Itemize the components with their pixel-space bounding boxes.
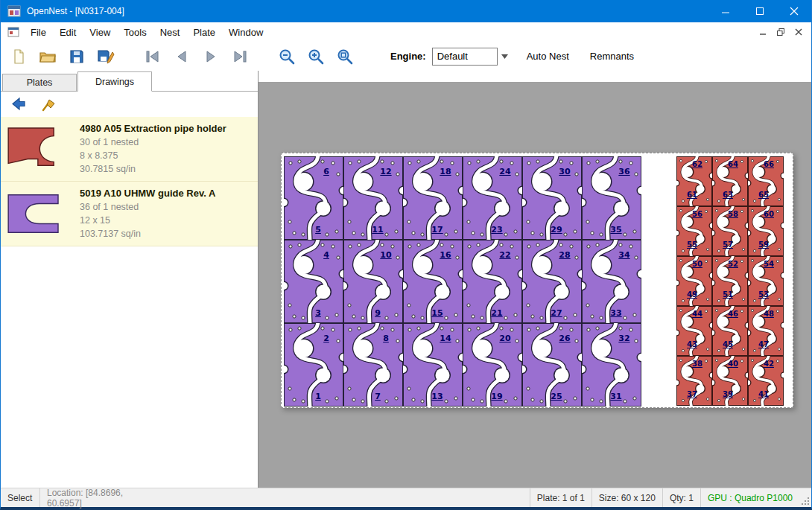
engine-dropdown-icon[interactable] bbox=[499, 48, 510, 66]
part-number: 12 bbox=[380, 168, 391, 176]
engine-label: Engine: bbox=[390, 51, 426, 62]
tab-plates[interactable]: Plates bbox=[2, 74, 77, 91]
nest-canvas[interactable]: 6512111817242330293635431091615222128273… bbox=[258, 71, 811, 488]
nest-part-pair[interactable]: 2019 bbox=[463, 323, 522, 407]
part-number: 21 bbox=[491, 309, 502, 318]
mdi-minimize-button[interactable] bbox=[755, 25, 771, 39]
nest-part-pair[interactable]: 4443 bbox=[676, 306, 712, 356]
plate[interactable]: 6512111817242330293635431091615222128273… bbox=[281, 153, 793, 408]
sidebar-tabs: Plates Drawings bbox=[1, 71, 258, 92]
nest-part-pair[interactable]: 1817 bbox=[403, 156, 463, 240]
nest-part-pair[interactable]: 2221 bbox=[463, 240, 522, 323]
nest-part-pair[interactable]: 3231 bbox=[582, 323, 641, 407]
nest-part-pair[interactable]: 5857 bbox=[712, 206, 748, 256]
nest-part-pair[interactable]: 2625 bbox=[522, 323, 582, 407]
nest-part-pair[interactable]: 5655 bbox=[676, 206, 712, 256]
part-number: 28 bbox=[559, 251, 570, 260]
part-number: 41 bbox=[758, 390, 769, 399]
nest-part-pair[interactable]: 1211 bbox=[343, 156, 403, 240]
nest-part-pair[interactable]: 109 bbox=[343, 240, 403, 323]
auto-nest-button[interactable]: Auto Nest bbox=[522, 48, 574, 65]
drawing-list-item[interactable]: 4980 A05 Extraction pipe holder30 of 1 n… bbox=[1, 117, 258, 182]
uhmw-guide-part-icon bbox=[343, 240, 403, 323]
menu-item-plate[interactable]: Plate bbox=[186, 24, 222, 41]
nest-part-pair[interactable]: 4645 bbox=[712, 306, 748, 356]
open-button[interactable] bbox=[37, 45, 59, 68]
nest-part-pair[interactable]: 6665 bbox=[748, 156, 784, 206]
nest-part-pair[interactable]: 6463 bbox=[712, 156, 748, 206]
mdi-close-button[interactable] bbox=[790, 25, 807, 39]
nest-part-pair[interactable]: 2827 bbox=[522, 240, 582, 323]
nest-part-pair[interactable]: 4847 bbox=[748, 306, 784, 356]
app-icon bbox=[7, 4, 21, 18]
new-button[interactable] bbox=[7, 45, 30, 68]
nest-part-pair[interactable]: 4039 bbox=[712, 356, 748, 406]
previous-plate-button[interactable] bbox=[171, 45, 193, 68]
drawing-list-item[interactable]: 5019 A10 UHMW guide Rev. A36 of 1 nested… bbox=[1, 182, 258, 246]
minimize-button[interactable] bbox=[708, 0, 743, 22]
part-number: 36 bbox=[618, 168, 629, 176]
menu-item-view[interactable]: View bbox=[83, 24, 117, 41]
clear-parts-button[interactable] bbox=[38, 95, 59, 114]
nest-part-pair[interactable]: 1413 bbox=[403, 323, 463, 407]
part-number: 23 bbox=[491, 226, 502, 235]
engine-value: Default bbox=[437, 51, 468, 62]
part-number: 51 bbox=[723, 290, 733, 299]
part-number: 18 bbox=[440, 168, 451, 176]
part-number: 7 bbox=[375, 392, 381, 401]
remnants-button[interactable]: Remnants bbox=[586, 48, 638, 65]
mdi-restore-button[interactable] bbox=[773, 25, 789, 39]
nest-part-pair[interactable]: 87 bbox=[343, 323, 403, 407]
part-number: 39 bbox=[723, 390, 733, 399]
nest-part-pair[interactable]: 65 bbox=[284, 156, 343, 240]
engine-select[interactable]: Default bbox=[432, 48, 498, 66]
part-number: 29 bbox=[551, 226, 562, 235]
nest-part-pair[interactable]: 2423 bbox=[463, 156, 522, 240]
menu-item-file[interactable]: File bbox=[24, 24, 53, 41]
nest-part-pair[interactable]: 1615 bbox=[403, 240, 463, 323]
part-number: 59 bbox=[758, 240, 769, 249]
resize-grip[interactable] bbox=[799, 488, 811, 507]
menu-item-edit[interactable]: Edit bbox=[53, 24, 83, 41]
nest-part-pair[interactable]: 4241 bbox=[748, 356, 784, 406]
nest-part-pair[interactable]: 5453 bbox=[748, 256, 784, 306]
part-number: 34 bbox=[618, 251, 629, 260]
close-button[interactable] bbox=[777, 0, 811, 22]
part-number: 17 bbox=[431, 226, 443, 235]
last-plate-button[interactable] bbox=[229, 45, 251, 68]
save-button[interactable] bbox=[66, 45, 88, 68]
part-number: 56 bbox=[692, 210, 702, 219]
zoom-in-button[interactable] bbox=[305, 45, 327, 68]
replace-part-button[interactable] bbox=[8, 95, 29, 114]
next-plate-button[interactable] bbox=[200, 45, 222, 68]
nest-part-pair[interactable]: 5049 bbox=[676, 256, 712, 306]
nest-part-pair[interactable]: 3837 bbox=[676, 356, 712, 406]
tab-drawings[interactable]: Drawings bbox=[77, 71, 152, 92]
nest-part-pair[interactable]: 5251 bbox=[712, 256, 748, 306]
menu-item-nest[interactable]: Nest bbox=[153, 24, 187, 41]
part-number: 5 bbox=[315, 226, 321, 235]
part-number: 38 bbox=[692, 360, 702, 369]
maximize-button[interactable] bbox=[743, 0, 777, 22]
drawings-toolbar bbox=[1, 92, 258, 117]
part-number: 44 bbox=[692, 310, 702, 319]
nest-part-pair[interactable]: 3635 bbox=[582, 156, 641, 240]
nest-part-pair[interactable]: 3029 bbox=[522, 156, 582, 240]
first-plate-button[interactable] bbox=[142, 45, 164, 68]
part-number: 42 bbox=[764, 360, 774, 369]
menu-item-window[interactable]: Window bbox=[222, 24, 270, 41]
part-number: 62 bbox=[692, 160, 702, 169]
nest-part-pair[interactable]: 6261 bbox=[676, 156, 712, 206]
nest-part-pair[interactable]: 43 bbox=[284, 240, 343, 323]
nest-part-pair[interactable]: 6059 bbox=[748, 206, 784, 256]
save-as-button[interactable] bbox=[95, 45, 117, 68]
zoom-out-button[interactable] bbox=[276, 45, 298, 68]
part-number: 13 bbox=[431, 392, 443, 401]
part-thumbnail bbox=[5, 191, 80, 237]
menu-item-tools[interactable]: Tools bbox=[117, 24, 153, 41]
nest-part-pair[interactable]: 3433 bbox=[582, 240, 641, 323]
zoom-fit-button[interactable] bbox=[334, 45, 356, 68]
nest-part-pair[interactable]: 21 bbox=[284, 323, 343, 407]
part-number: 15 bbox=[431, 309, 443, 318]
part-number: 16 bbox=[440, 251, 451, 260]
